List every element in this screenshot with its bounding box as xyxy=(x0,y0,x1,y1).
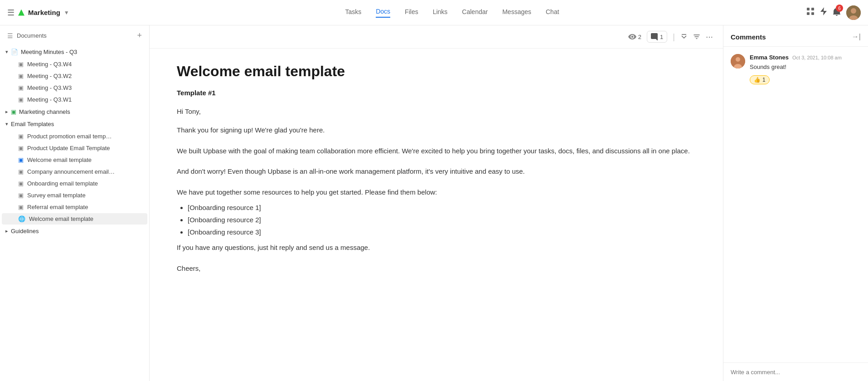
nav-tasks[interactable]: Tasks xyxy=(345,8,361,17)
collapse-icon[interactable] xyxy=(680,33,688,40)
sidebar-title-text: Documents xyxy=(17,32,47,39)
nav-chat[interactable]: Chat xyxy=(546,8,559,17)
comments-count: 1 xyxy=(660,34,663,40)
doc-name: Company announcement email… xyxy=(27,168,115,175)
doc-name: Referral email template xyxy=(27,204,88,210)
menu-icon[interactable]: ☰ xyxy=(7,8,15,18)
nav-messages[interactable]: Messages xyxy=(502,8,531,17)
comments-close-icon[interactable]: →| xyxy=(852,33,861,41)
svg-rect-2 xyxy=(807,12,810,15)
section-marketing-channels-header[interactable]: ▸ ▣ Marketing channels xyxy=(0,106,149,118)
svg-rect-3 xyxy=(811,12,814,15)
resource-item-1: [Onboarding resource 1] xyxy=(188,201,696,214)
section-email-templates-header[interactable]: ▾ Email Templates xyxy=(0,118,149,130)
nav-files[interactable]: Files xyxy=(405,8,418,17)
comment-avatar xyxy=(731,54,745,68)
doc-item-meeting-q3w3[interactable]: ▣ Meeting - Q3.W3 xyxy=(2,82,147,93)
comment-text: Sounds great! xyxy=(750,63,861,72)
doc-icon: ▣ xyxy=(18,168,24,175)
sidebar-lines-icon: ☰ xyxy=(7,32,13,39)
doc-item-product-promo[interactable]: ▣ Product promotion email temp… xyxy=(2,131,147,142)
lightning-icon[interactable] xyxy=(820,7,827,18)
doc-name: Meeting - Q3.W3 xyxy=(27,84,72,91)
doc-subtitle: Template #1 xyxy=(177,89,696,97)
comment-input-area xyxy=(723,362,868,381)
toolbar-separator: | xyxy=(673,32,675,42)
section-guidelines: ▸ Guidelines xyxy=(0,225,149,237)
sidebar-title-group: ☰ Documents xyxy=(7,32,47,39)
sidebar-header: ☰ Documents + xyxy=(0,25,149,46)
brand-chevron-icon[interactable]: ▼ xyxy=(64,10,69,16)
doc-para-2: We built Upbase with the goal of making … xyxy=(177,145,696,157)
doc-icon: ▣ xyxy=(18,96,24,103)
doc-icon-blue: ▣ xyxy=(18,156,24,163)
grid-icon[interactable] xyxy=(806,7,815,18)
doc-para-5: If you have any questions, just hit repl… xyxy=(177,242,696,254)
nav-calendar[interactable]: Calendar xyxy=(462,8,488,17)
svg-rect-1 xyxy=(811,8,814,10)
notification-badge: 6 xyxy=(836,5,843,12)
doc-icon: ▣ xyxy=(18,204,24,210)
section-marketing-label: Marketing channels xyxy=(19,108,70,115)
brand-name[interactable]: Marketing xyxy=(28,9,60,16)
more-options-icon[interactable]: ⋯ xyxy=(706,33,714,41)
doc-name: Meeting - Q3.W4 xyxy=(27,61,72,68)
doc-item-welcome-email[interactable]: ▣ Welcome email template xyxy=(2,154,147,166)
nav-links[interactable]: Links xyxy=(433,8,448,17)
doc-icon: ▣ xyxy=(18,133,24,140)
doc-name: Meeting - Q3.W1 xyxy=(27,96,72,103)
user-avatar[interactable] xyxy=(846,5,861,20)
doc-item-product-update[interactable]: ▣ Product Update Email Template xyxy=(2,142,147,154)
doc-para-1: Thank you for signing up! We're glad you… xyxy=(177,124,696,136)
section-meeting-minutes-header[interactable]: ▾ 📄 Meeting Minutes - Q3 xyxy=(0,46,149,58)
comment-author: Emma Stones xyxy=(750,54,789,61)
top-nav: ☰ Marketing ▼ Tasks Docs Files Links Cal… xyxy=(0,0,868,25)
section-chevron-icon: ▾ xyxy=(5,121,8,127)
doc-body: Welcome email template Template #1 Hi To… xyxy=(150,49,723,381)
doc-name: Welcome email template xyxy=(29,215,93,222)
section-guidelines-header[interactable]: ▸ Guidelines xyxy=(0,225,149,237)
section-spreadsheet-icon: ▣ xyxy=(11,108,16,115)
nav-right: 6 xyxy=(806,5,861,20)
doc-name: Survey email template xyxy=(27,192,86,199)
svg-rect-0 xyxy=(807,8,810,10)
comment-time: Oct 3, 2021, 10:08 am xyxy=(792,55,842,60)
sidebar-add-button[interactable]: + xyxy=(137,31,142,40)
section-meeting-minutes: ▾ 📄 Meeting Minutes - Q3 ▣ Meeting - Q3.… xyxy=(0,46,149,106)
content-area: 2 1 | ⋯ xyxy=(150,25,723,381)
doc-name: Welcome email template xyxy=(27,156,92,163)
doc-icon: ▣ xyxy=(18,84,24,91)
section-email-templates: ▾ Email Templates ▣ Product promotion em… xyxy=(0,118,149,225)
doc-item-company-announcement[interactable]: ▣ Company announcement email… xyxy=(2,166,147,177)
doc-name: Product Update Email Template xyxy=(27,145,110,151)
doc-item-welcome-globe[interactable]: 🌐 Welcome email template xyxy=(2,213,147,225)
comment-input[interactable] xyxy=(731,369,861,376)
sort-icon[interactable] xyxy=(693,33,700,40)
doc-item-survey[interactable]: ▣ Survey email template xyxy=(2,190,147,201)
sidebar: ☰ Documents + ▾ 📄 Meeting Minutes - Q3 ▣… xyxy=(0,25,150,381)
doc-item-meeting-q3w2[interactable]: ▣ Meeting - Q3.W2 xyxy=(2,70,147,82)
doc-item-onboarding[interactable]: ▣ Onboarding email template xyxy=(2,178,147,189)
svg-point-5 xyxy=(851,8,856,14)
doc-item-meeting-q3w1[interactable]: ▣ Meeting - Q3.W1 xyxy=(2,94,147,105)
section-email-templates-label: Email Templates xyxy=(11,121,54,127)
section-chevron-icon: ▸ xyxy=(5,228,8,234)
section-marketing-channels: ▸ ▣ Marketing channels xyxy=(0,106,149,118)
reaction-emoji: 👍 xyxy=(754,77,761,83)
comment-reaction[interactable]: 👍 1 xyxy=(750,75,770,84)
doc-item-referral[interactable]: ▣ Referral email template xyxy=(2,201,147,213)
comment-author-row: Emma Stones Oct 3, 2021, 10:08 am xyxy=(750,54,861,61)
reaction-count: 1 xyxy=(762,77,766,83)
doc-sign-off: Cheers, xyxy=(177,263,696,274)
comments-indicator[interactable]: 1 xyxy=(647,31,667,43)
resource-item-2: [Onboarding resource 2] xyxy=(188,214,696,226)
views-count: 2 xyxy=(638,34,641,40)
section-chevron-icon: ▾ xyxy=(5,49,8,55)
doc-name: Meeting - Q3.W2 xyxy=(27,73,72,79)
resource-item-3: [Onboarding resource 3] xyxy=(188,226,696,238)
section-meeting-minutes-label: Meeting Minutes - Q3 xyxy=(21,49,77,55)
doc-resources-list: [Onboarding resource 1] [Onboarding reso… xyxy=(188,201,696,238)
notification-icon[interactable]: 6 xyxy=(833,7,841,18)
nav-docs[interactable]: Docs xyxy=(376,8,390,18)
doc-item-meeting-q3w4[interactable]: ▣ Meeting - Q3.W4 xyxy=(2,59,147,70)
